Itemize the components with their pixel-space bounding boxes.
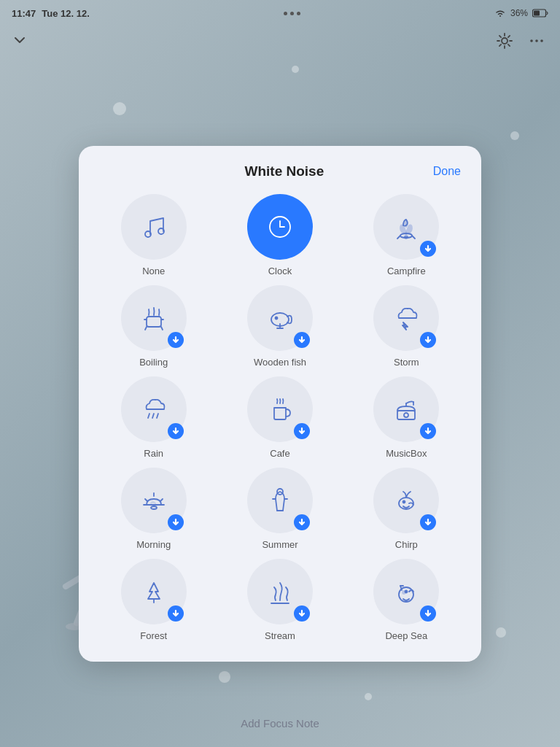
sound-item-musicbox[interactable]: MusicBox [346,376,467,459]
download-badge [294,423,310,439]
white-noise-modal: White Noise Done None Clock Campfire [79,146,481,662]
sound-icon-wrap-summer [247,468,313,533]
sound-icon-wrap-boiling [121,285,187,351]
svg-point-2 [502,38,508,44]
sound-item-campfire[interactable]: Campfire [346,194,467,276]
sound-item-deep-sea[interactable]: Deep Sea [346,559,467,641]
sound-label-boiling: Boiling [139,357,168,368]
sound-label-storm: Storm [394,357,419,368]
svg-line-10 [499,44,501,46]
sound-icon-wrap-chirp [373,468,439,533]
sound-label-cafe: Cafe [270,448,289,459]
chevron-down-icon [12,32,28,48]
sound-item-cafe[interactable]: Cafe [219,376,340,459]
download-badge [168,423,184,439]
modal-header: White Noise Done [93,163,467,179]
modal-title: White Noise [136,163,433,179]
sound-label-musicbox: MusicBox [386,448,427,459]
sound-item-wooden-fish[interactable]: Wooden fish [219,285,340,368]
download-badge [420,332,436,348]
battery-icon [532,9,548,18]
svg-point-13 [540,39,543,42]
top-controls [496,32,545,53]
battery-percent: 36% [510,8,528,18]
sound-grid: None Clock Campfire Boiling [93,194,467,641]
download-badge [168,514,184,530]
sound-label-chirp: Chirp [395,539,418,550]
sound-icon-wrap-campfire [373,194,439,260]
svg-line-30 [148,414,149,418]
sound-label-deep-sea: Deep Sea [385,630,427,641]
sound-icon-wrap-none [121,194,187,260]
sound-icon-wrap-storm [373,285,439,351]
brightness-icon [496,32,513,50]
sound-icon-wrap-forest [121,559,187,624]
svg-rect-1 [534,11,540,16]
more-menu-button[interactable] [528,32,545,53]
date: Tue 12. 12. [42,8,90,19]
svg-rect-27 [147,317,161,327]
sound-icon-wrap-clock [247,194,313,260]
sound-label-clock: Clock [268,266,292,276]
sound-icon-wrap-cafe [247,376,313,442]
svg-point-37 [151,506,157,509]
sound-label-summer: Summer [262,539,298,550]
svg-point-29 [275,317,277,320]
download-badge [294,605,310,622]
sound-label-stream: Stream [265,630,295,641]
sound-item-rain[interactable]: Rain [93,376,214,459]
sound-label-forest: Forest [140,630,167,641]
more-menu-icon [528,32,545,50]
done-button[interactable]: Done [433,165,461,178]
status-center [284,12,300,15]
sound-item-boiling[interactable]: Boiling [93,285,214,368]
sound-icon-wrap-rain [121,376,187,442]
svg-point-12 [535,39,538,42]
download-badge [420,241,436,257]
svg-point-11 [530,39,533,42]
download-badge [294,514,310,530]
time: 11:47 [12,8,36,19]
brightness-button[interactable] [496,32,513,53]
svg-point-40 [403,501,405,503]
sound-label-rain: Rain [144,448,163,459]
sound-item-summer[interactable]: Summer [219,468,340,550]
sound-item-none[interactable]: None [93,194,214,276]
download-badge [420,423,436,439]
sound-item-forest[interactable]: Forest [93,559,214,641]
status-right: 36% [494,8,548,18]
svg-rect-33 [397,411,415,419]
sound-item-stream[interactable]: Stream [219,559,340,641]
sound-label-wooden-fish: Wooden fish [254,357,306,368]
download-badge [294,332,310,348]
add-focus-note-hint: Add Focus Note [241,717,319,729]
svg-point-46 [405,591,408,593]
sound-label-none: None [142,266,165,276]
sound-icon-wrap-musicbox [373,376,439,442]
sound-label-campfire: Campfire [387,266,426,276]
svg-line-31 [152,414,154,418]
sound-icon-wrap-deep-sea [373,559,439,624]
wifi-icon [494,9,506,18]
sound-label-morning: Morning [136,539,171,550]
svg-point-34 [404,413,408,417]
sound-item-morning[interactable]: Morning [93,468,214,550]
sound-item-storm[interactable]: Storm [346,285,467,368]
svg-line-8 [508,44,510,46]
download-badge [420,514,436,530]
download-badge [168,332,184,348]
chevron-down-button[interactable] [12,32,28,51]
sound-item-clock[interactable]: Clock [219,194,340,276]
sound-icon-wrap-morning [121,468,187,533]
download-badge [420,605,436,622]
download-badge [168,605,184,622]
svg-line-7 [499,36,501,37]
sound-icon-wrap-wooden-fish [247,285,313,351]
sound-icon-wrap-stream [247,559,313,624]
status-bar: 11:47 Tue 12. 12. 36% [0,0,560,26]
svg-line-32 [157,414,158,418]
sound-item-chirp[interactable]: Chirp [346,468,467,550]
status-left: 11:47 Tue 12. 12. [12,8,90,19]
svg-line-9 [508,36,510,37]
